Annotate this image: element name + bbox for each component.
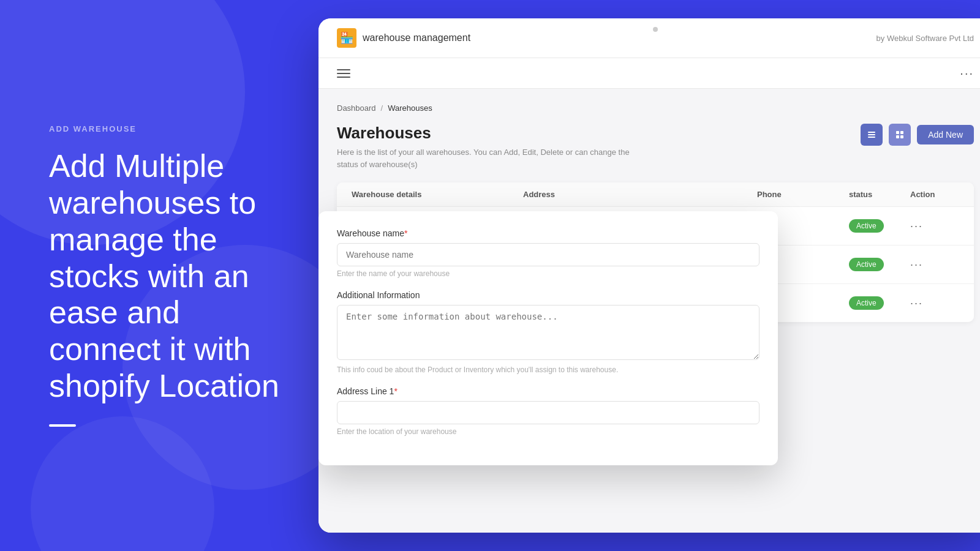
hamburger-menu[interactable] <box>337 69 350 78</box>
warehouse-status-cell: Active <box>849 296 910 310</box>
grid-view-button[interactable] <box>889 124 911 146</box>
address-line1-label: Address Line 1* <box>337 386 760 396</box>
required-indicator: * <box>404 228 407 238</box>
left-panel: ADD WAREHOUSE Add Multiple warehouses to… <box>0 0 331 551</box>
view-controls: Add New <box>861 124 974 146</box>
address-line1-hint: Enter the location of your warehouse <box>337 427 760 436</box>
warehouse-name-input[interactable] <box>337 243 760 266</box>
breadcrumb-current: Warehouses <box>388 103 432 113</box>
address-line1-input[interactable] <box>337 401 760 424</box>
warehouse-name-field: Warehouse name* Enter the name of your w… <box>337 228 760 278</box>
app-name: warehouse management <box>363 32 470 43</box>
svg-rect-6 <box>900 135 903 138</box>
add-new-button[interactable]: Add New <box>917 125 974 144</box>
warehouse-name-hint: Enter the name of your warehouse <box>337 269 760 278</box>
col-phone: Phone <box>757 190 849 199</box>
row-action-menu[interactable]: ··· <box>910 220 959 233</box>
navbar-dots-menu[interactable]: ··· <box>960 66 974 80</box>
app-navbar: ··· <box>318 58 980 89</box>
warehouses-subtitle: Here is the list of your all warehouses.… <box>337 146 643 170</box>
hero-title: Add Multiple warehouses to manage the st… <box>49 148 282 405</box>
breadcrumb: Dashboard / Warehouses <box>337 103 974 113</box>
col-action: Action <box>910 190 959 199</box>
svg-rect-3 <box>896 131 899 134</box>
warehouse-status-cell: Active <box>849 219 910 233</box>
add-warehouse-modal: Warehouse name* Enter the name of your w… <box>318 211 778 465</box>
col-address: Address <box>523 190 757 199</box>
svg-rect-1 <box>868 134 875 135</box>
status-badge: Active <box>849 258 884 271</box>
divider-line <box>49 424 76 427</box>
warehouses-title: Warehouses <box>337 124 643 143</box>
breadcrumb-separator: / <box>381 103 383 113</box>
list-view-button[interactable] <box>861 124 883 146</box>
app-logo: 🏪 warehouse management <box>337 28 470 48</box>
app-content: Dashboard / Warehouses Warehouses Here i… <box>318 89 980 533</box>
additional-info-field: Additional Information This info coud be… <box>337 290 760 374</box>
section-label: ADD WAREHOUSE <box>49 124 282 133</box>
row-action-menu[interactable]: ··· <box>910 258 959 271</box>
warehouse-name-label: Warehouse name* <box>337 228 760 238</box>
additional-info-textarea[interactable] <box>337 305 760 360</box>
warehouses-header: Warehouses Here is the list of your all … <box>337 124 974 170</box>
svg-rect-4 <box>900 131 903 134</box>
table-header: Warehouse details Address Phone status A… <box>337 182 974 207</box>
svg-rect-5 <box>896 135 899 138</box>
top-dot <box>653 27 658 32</box>
col-warehouse-details: Warehouse details <box>352 190 523 199</box>
app-header: 🏪 warehouse management by Webkul Softwar… <box>318 18 980 58</box>
app-header-byline: by Webkul Software Pvt Ltd <box>876 34 974 43</box>
required-indicator-2: * <box>394 386 397 396</box>
breadcrumb-home[interactable]: Dashboard <box>337 103 376 113</box>
status-badge: Active <box>849 219 884 233</box>
status-badge: Active <box>849 296 884 310</box>
logo-icon: 🏪 <box>337 28 356 48</box>
svg-rect-2 <box>868 137 875 138</box>
additional-info-label: Additional Information <box>337 290 760 300</box>
row-action-menu[interactable]: ··· <box>910 297 959 310</box>
svg-rect-0 <box>868 132 875 133</box>
app-mockup: 🏪 warehouse management by Webkul Softwar… <box>318 18 980 533</box>
warehouse-status-cell: Active <box>849 258 910 271</box>
additional-info-hint: This info coud be about the Product or I… <box>337 365 760 374</box>
col-status: status <box>849 190 910 199</box>
warehouses-title-block: Warehouses Here is the list of your all … <box>337 124 643 170</box>
address-line1-field: Address Line 1* Enter the location of yo… <box>337 386 760 436</box>
